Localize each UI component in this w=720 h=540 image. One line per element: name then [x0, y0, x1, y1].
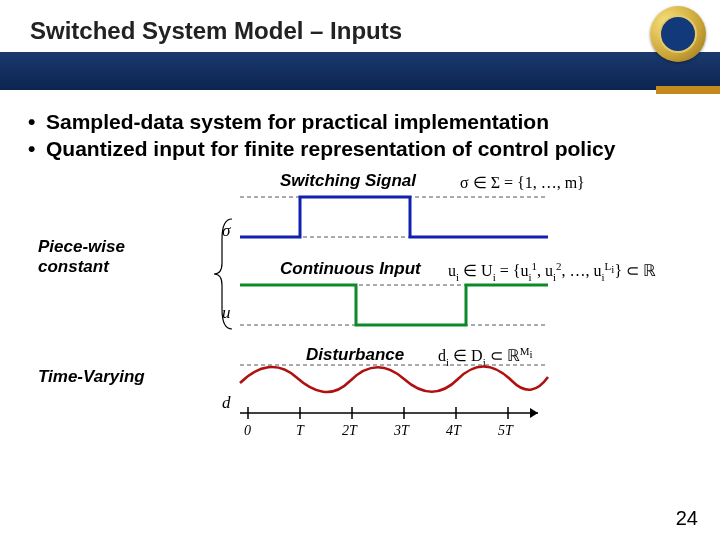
d-symbol: d: [222, 393, 231, 413]
bullet-item: Sampled-data system for practical implem…: [28, 108, 692, 135]
tick-1: T: [296, 423, 305, 437]
bullet-item: Quantized input for finite representatio…: [28, 135, 692, 162]
seal-icon: [650, 6, 706, 62]
sigma-symbol: σ: [222, 221, 230, 241]
tick-4: 4T: [446, 423, 462, 437]
page-number: 24: [676, 507, 698, 530]
header-band: [0, 52, 720, 90]
diagram: Piece-wise constant Time-Varying σ u d S…: [28, 177, 688, 477]
tick-3: 3T: [393, 423, 410, 437]
waveforms: 0 T 2T 3T 4T 5T: [238, 177, 558, 437]
bullet-list: Sampled-data system for practical implem…: [28, 108, 692, 163]
label-piecewise: Piece-wise constant: [38, 237, 148, 278]
tick-5: 5T: [498, 423, 514, 437]
u-symbol: u: [222, 303, 231, 323]
accent-bar: [656, 86, 720, 94]
label-timevarying: Time-Varying: [38, 367, 148, 387]
page-title: Switched System Model – Inputs: [30, 17, 402, 45]
svg-marker-6: [530, 408, 538, 418]
tick-0: 0: [244, 423, 251, 437]
tick-2: 2T: [342, 423, 358, 437]
